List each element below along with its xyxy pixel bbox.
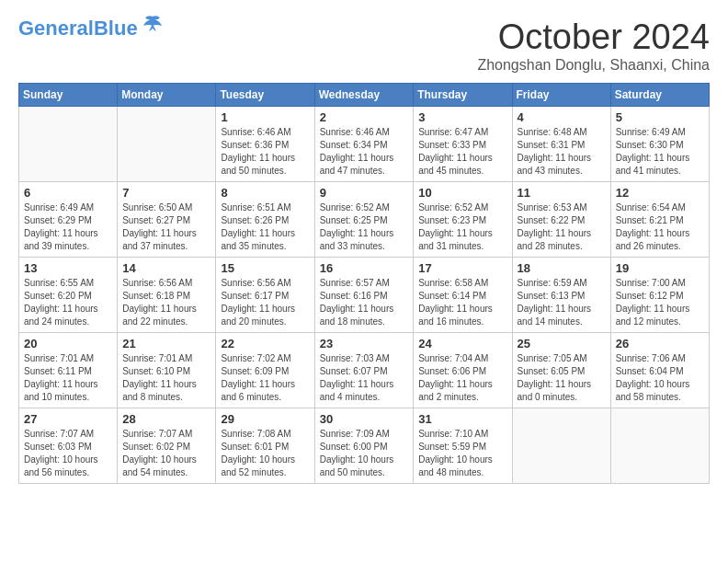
calendar-header-friday: Friday bbox=[512, 83, 610, 106]
calendar-cell: 29Sunrise: 7:08 AM Sunset: 6:01 PM Dayli… bbox=[216, 408, 314, 483]
calendar-header-row: SundayMondayTuesdayWednesdayThursdayFrid… bbox=[19, 83, 710, 106]
day-number: 24 bbox=[418, 337, 506, 350]
day-number: 30 bbox=[320, 412, 409, 426]
calendar-cell: 22Sunrise: 7:02 AM Sunset: 6:09 PM Dayli… bbox=[216, 332, 314, 408]
day-number: 21 bbox=[122, 337, 210, 350]
calendar-cell: 4Sunrise: 6:48 AM Sunset: 6:31 PM Daylig… bbox=[512, 106, 610, 181]
day-info: Sunrise: 6:49 AM Sunset: 6:30 PM Dayligh… bbox=[616, 126, 704, 178]
calendar-cell: 18Sunrise: 6:59 AM Sunset: 6:13 PM Dayli… bbox=[512, 257, 610, 332]
day-number: 6 bbox=[24, 186, 112, 200]
calendar-week-3: 13Sunrise: 6:55 AM Sunset: 6:20 PM Dayli… bbox=[19, 257, 710, 332]
calendar-cell: 16Sunrise: 6:57 AM Sunset: 6:16 PM Dayli… bbox=[314, 257, 414, 332]
calendar-cell: 17Sunrise: 6:58 AM Sunset: 6:14 PM Dayli… bbox=[414, 257, 512, 332]
day-info: Sunrise: 6:52 AM Sunset: 6:23 PM Dayligh… bbox=[418, 201, 506, 253]
day-number: 3 bbox=[418, 110, 506, 124]
day-number: 18 bbox=[518, 261, 606, 275]
day-number: 12 bbox=[616, 186, 704, 200]
calendar-week-2: 6Sunrise: 6:49 AM Sunset: 6:29 PM Daylig… bbox=[19, 181, 710, 257]
calendar-cell: 2Sunrise: 6:46 AM Sunset: 6:34 PM Daylig… bbox=[314, 106, 414, 181]
day-number: 5 bbox=[616, 110, 704, 124]
calendar-cell: 13Sunrise: 6:55 AM Sunset: 6:20 PM Dayli… bbox=[19, 257, 118, 332]
calendar-cell: 5Sunrise: 6:49 AM Sunset: 6:30 PM Daylig… bbox=[610, 106, 709, 181]
calendar-cell: 6Sunrise: 6:49 AM Sunset: 6:29 PM Daylig… bbox=[19, 181, 118, 257]
calendar-cell: 11Sunrise: 6:53 AM Sunset: 6:22 PM Dayli… bbox=[512, 181, 610, 257]
calendar-week-4: 20Sunrise: 7:01 AM Sunset: 6:11 PM Dayli… bbox=[19, 332, 710, 408]
calendar-cell: 8Sunrise: 6:51 AM Sunset: 6:26 PM Daylig… bbox=[216, 181, 314, 257]
calendar-table: SundayMondayTuesdayWednesdayThursdayFrid… bbox=[18, 83, 710, 484]
calendar-cell: 23Sunrise: 7:03 AM Sunset: 6:07 PM Dayli… bbox=[314, 332, 414, 408]
day-number: 7 bbox=[122, 186, 210, 200]
day-number: 31 bbox=[418, 412, 506, 426]
day-info: Sunrise: 7:01 AM Sunset: 6:10 PM Dayligh… bbox=[122, 352, 210, 404]
day-info: Sunrise: 7:04 AM Sunset: 6:06 PM Dayligh… bbox=[418, 352, 506, 404]
logo-text: GeneralBlue bbox=[18, 18, 138, 39]
calendar-cell: 7Sunrise: 6:50 AM Sunset: 6:27 PM Daylig… bbox=[118, 181, 216, 257]
day-info: Sunrise: 7:10 AM Sunset: 5:59 PM Dayligh… bbox=[418, 428, 506, 479]
day-number: 20 bbox=[24, 337, 112, 350]
calendar-header-tuesday: Tuesday bbox=[216, 83, 314, 106]
day-number: 10 bbox=[418, 186, 506, 200]
day-info: Sunrise: 7:05 AM Sunset: 6:05 PM Dayligh… bbox=[518, 352, 606, 404]
day-info: Sunrise: 6:46 AM Sunset: 6:36 PM Dayligh… bbox=[221, 126, 309, 178]
day-info: Sunrise: 6:47 AM Sunset: 6:33 PM Dayligh… bbox=[418, 126, 506, 178]
day-number: 23 bbox=[320, 337, 409, 350]
day-info: Sunrise: 6:58 AM Sunset: 6:14 PM Dayligh… bbox=[418, 277, 506, 328]
calendar-cell: 9Sunrise: 6:52 AM Sunset: 6:25 PM Daylig… bbox=[314, 181, 414, 257]
day-number: 27 bbox=[24, 412, 112, 426]
day-info: Sunrise: 6:49 AM Sunset: 6:29 PM Dayligh… bbox=[24, 201, 112, 253]
day-number: 22 bbox=[221, 337, 309, 350]
day-number: 17 bbox=[418, 261, 506, 275]
day-info: Sunrise: 7:02 AM Sunset: 6:09 PM Dayligh… bbox=[221, 352, 309, 404]
calendar-cell: 24Sunrise: 7:04 AM Sunset: 6:06 PM Dayli… bbox=[414, 332, 512, 408]
day-info: Sunrise: 6:51 AM Sunset: 6:26 PM Dayligh… bbox=[221, 201, 309, 253]
calendar-cell: 20Sunrise: 7:01 AM Sunset: 6:11 PM Dayli… bbox=[19, 332, 118, 408]
calendar-cell: 31Sunrise: 7:10 AM Sunset: 5:59 PM Dayli… bbox=[414, 408, 512, 483]
calendar-cell: 1Sunrise: 6:46 AM Sunset: 6:36 PM Daylig… bbox=[216, 106, 314, 181]
day-number: 15 bbox=[221, 261, 309, 275]
day-number: 26 bbox=[616, 337, 704, 350]
day-number: 13 bbox=[24, 261, 112, 275]
day-info: Sunrise: 7:09 AM Sunset: 6:00 PM Dayligh… bbox=[320, 428, 409, 479]
day-info: Sunrise: 6:59 AM Sunset: 6:13 PM Dayligh… bbox=[518, 277, 606, 328]
logo-blue: Blue bbox=[94, 17, 138, 40]
day-info: Sunrise: 7:07 AM Sunset: 6:03 PM Dayligh… bbox=[24, 428, 112, 479]
calendar-header-thursday: Thursday bbox=[414, 83, 512, 106]
calendar-cell: 15Sunrise: 6:56 AM Sunset: 6:17 PM Dayli… bbox=[216, 257, 314, 332]
calendar-cell: 14Sunrise: 6:56 AM Sunset: 6:18 PM Dayli… bbox=[118, 257, 216, 332]
calendar-cell bbox=[19, 106, 118, 181]
day-info: Sunrise: 7:01 AM Sunset: 6:11 PM Dayligh… bbox=[24, 352, 112, 404]
day-info: Sunrise: 6:46 AM Sunset: 6:34 PM Dayligh… bbox=[320, 126, 409, 178]
calendar-header-monday: Monday bbox=[118, 83, 216, 106]
day-info: Sunrise: 6:57 AM Sunset: 6:16 PM Dayligh… bbox=[320, 277, 409, 328]
calendar-cell: 3Sunrise: 6:47 AM Sunset: 6:33 PM Daylig… bbox=[414, 106, 512, 181]
logo-general: General bbox=[18, 17, 94, 40]
day-info: Sunrise: 6:56 AM Sunset: 6:18 PM Dayligh… bbox=[122, 277, 210, 328]
day-info: Sunrise: 6:52 AM Sunset: 6:25 PM Dayligh… bbox=[320, 201, 409, 253]
day-number: 4 bbox=[518, 110, 606, 124]
calendar-cell: 21Sunrise: 7:01 AM Sunset: 6:10 PM Dayli… bbox=[118, 332, 216, 408]
logo: GeneralBlue bbox=[18, 18, 165, 39]
title-area: October 2024 Zhongshan Donglu, Shaanxi, … bbox=[477, 18, 710, 74]
day-number: 1 bbox=[221, 110, 309, 124]
calendar-cell bbox=[118, 106, 216, 181]
page-header: GeneralBlue October 2024 Zhongshan Dongl… bbox=[18, 18, 710, 74]
day-number: 8 bbox=[221, 186, 309, 200]
day-info: Sunrise: 6:54 AM Sunset: 6:21 PM Dayligh… bbox=[616, 201, 704, 253]
calendar-cell: 12Sunrise: 6:54 AM Sunset: 6:21 PM Dayli… bbox=[610, 181, 709, 257]
calendar-cell: 10Sunrise: 6:52 AM Sunset: 6:23 PM Dayli… bbox=[414, 181, 512, 257]
calendar-cell: 25Sunrise: 7:05 AM Sunset: 6:05 PM Dayli… bbox=[512, 332, 610, 408]
calendar-week-1: 1Sunrise: 6:46 AM Sunset: 6:36 PM Daylig… bbox=[19, 106, 710, 181]
day-number: 2 bbox=[320, 110, 409, 124]
calendar-cell: 30Sunrise: 7:09 AM Sunset: 6:00 PM Dayli… bbox=[314, 408, 414, 483]
calendar-header-saturday: Saturday bbox=[610, 83, 709, 106]
calendar-header-wednesday: Wednesday bbox=[314, 83, 414, 106]
day-info: Sunrise: 6:53 AM Sunset: 6:22 PM Dayligh… bbox=[518, 201, 606, 253]
calendar-cell bbox=[610, 408, 709, 483]
day-info: Sunrise: 7:07 AM Sunset: 6:02 PM Dayligh… bbox=[122, 428, 210, 479]
calendar-cell: 26Sunrise: 7:06 AM Sunset: 6:04 PM Dayli… bbox=[610, 332, 709, 408]
day-number: 14 bbox=[122, 261, 210, 275]
logo-bird-icon bbox=[140, 15, 165, 35]
day-info: Sunrise: 6:56 AM Sunset: 6:17 PM Dayligh… bbox=[221, 277, 309, 328]
day-number: 9 bbox=[320, 186, 409, 200]
day-info: Sunrise: 7:08 AM Sunset: 6:01 PM Dayligh… bbox=[221, 428, 309, 479]
